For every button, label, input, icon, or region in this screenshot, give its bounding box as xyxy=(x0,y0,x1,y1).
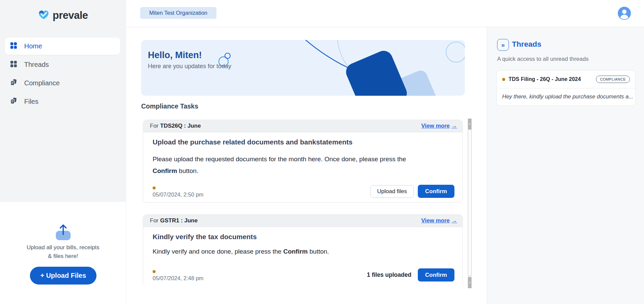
task-title: Kindly verify the tax documents xyxy=(153,233,453,241)
main-scrollbar: ▲ ▼ xyxy=(468,119,472,288)
sidebar-nav: Home Threads xyxy=(0,38,126,112)
top-header: Miten Test Organization xyxy=(126,0,644,27)
compliance-tasks-heading: Compliance Tasks xyxy=(141,102,198,110)
task-footer: 05/07/2024, 2:48 pm 1 files uploaded Con… xyxy=(153,268,454,281)
sidebar: prevale Home Threads xyxy=(0,0,126,304)
banner-greeting: Hello, Miten! xyxy=(148,50,202,60)
thread-message-preview: Hey there, kindly upload the purchase do… xyxy=(497,88,635,105)
task-for-prefix: For xyxy=(150,123,159,129)
task-description: Kindly verify and once done, please pres… xyxy=(153,246,453,257)
user-avatar-icon[interactable] xyxy=(618,7,631,20)
upload-arrow-icon xyxy=(55,224,71,242)
scrollbar-up-button[interactable]: ▲ xyxy=(468,119,472,129)
collapse-panel-icon[interactable]: » xyxy=(497,39,509,51)
sidebar-item-home[interactable]: Home xyxy=(5,38,120,55)
sidebar-item-label: Files xyxy=(24,98,38,105)
thread-title: TDS Filing - 26Q - June 2024 xyxy=(509,76,581,82)
copy-docs-icon xyxy=(10,97,17,106)
sidebar-nav-section: prevale Home Threads xyxy=(0,0,126,202)
thread-header: TDS Filing - 26Q - June 2024 COMPLIANCE xyxy=(497,71,635,88)
threads-panel: » Threads A quick access to all unread t… xyxy=(487,27,644,304)
confirm-button[interactable]: Confirm xyxy=(418,185,454,198)
task-timestamp-block: 05/07/2024, 2:50 pm xyxy=(153,186,203,198)
banner-subtitle: Here are you updates for today xyxy=(148,63,231,70)
scrollbar-thumb[interactable] xyxy=(468,129,472,276)
confirm-button[interactable]: Confirm xyxy=(418,268,454,281)
status-dot xyxy=(153,186,156,189)
arrow-right-icon: → xyxy=(451,123,457,129)
task-for-label: GSTR1 : June xyxy=(160,217,198,224)
thread-category-badge: COMPLIANCE xyxy=(596,76,630,83)
sidebar-item-threads[interactable]: Threads xyxy=(5,56,120,73)
sidebar-item-compliance[interactable]: Compliance xyxy=(5,75,120,92)
brand-name: prevale xyxy=(52,9,88,21)
task-card-gstr1: For GSTR1 : June View more → Kindly veri… xyxy=(143,214,463,285)
task-for-prefix: For xyxy=(150,217,159,224)
task-title: Upload the purchase related documents an… xyxy=(153,138,453,146)
sidebar-item-label: Home xyxy=(24,42,42,50)
threads-panel-subtitle: A quick access to all unread threads xyxy=(497,56,589,62)
task-timestamp-block: 05/07/2024, 2:48 pm xyxy=(153,270,203,281)
status-dot xyxy=(153,270,156,273)
organization-chip[interactable]: Miten Test Organization xyxy=(140,7,216,19)
task-timestamp: 05/07/2024, 2:48 pm xyxy=(153,275,203,281)
sidebar-upload-zone: Upload all your bills, receipts & files … xyxy=(0,202,126,304)
upload-files-task-button[interactable]: Upload files xyxy=(370,185,414,198)
task-footer: 05/07/2024, 2:50 pm Upload files Confirm xyxy=(153,185,454,198)
view-more-link[interactable]: View more → xyxy=(421,217,457,224)
task-card-header: For TDS26Q : June View more → xyxy=(143,120,462,132)
thread-list-item[interactable]: TDS Filing - 26Q - June 2024 COMPLIANCE … xyxy=(496,70,636,106)
task-timestamp: 05/07/2024, 2:50 pm xyxy=(153,191,203,198)
files-uploaded-count: 1 files uploaded xyxy=(367,271,411,278)
greeting-banner: Hello, Miten! Here are you updates for t… xyxy=(141,40,465,96)
prevale-logo-icon xyxy=(38,9,50,21)
brand-logo[interactable]: prevale xyxy=(0,9,126,21)
view-more-link[interactable]: View more → xyxy=(421,123,457,129)
task-card-header: For GSTR1 : June View more → xyxy=(143,215,462,227)
unread-dot xyxy=(502,78,505,81)
grid-icon xyxy=(10,42,17,51)
scrollbar-down-button[interactable]: ▼ xyxy=(468,277,472,288)
upload-prompt: Upload all your bills, receipts & files … xyxy=(0,243,126,261)
task-for-label: TDS26Q : June xyxy=(160,123,201,129)
sidebar-item-label: Threads xyxy=(24,61,49,69)
task-description: Please upload the requested documents fo… xyxy=(153,153,453,177)
sidebar-item-label: Compliance xyxy=(24,79,60,87)
task-card-tds26q: For TDS26Q : June View more → Upload the… xyxy=(143,120,463,203)
main-content: Hello, Miten! Here are you updates for t… xyxy=(126,27,487,285)
grid-icon xyxy=(10,60,17,69)
sidebar-item-files[interactable]: Files xyxy=(5,93,120,110)
copy-docs-icon xyxy=(10,79,17,88)
upload-files-button[interactable]: + Upload Files xyxy=(30,267,96,285)
threads-panel-title: Threads xyxy=(512,40,541,49)
arrow-right-icon: → xyxy=(451,217,457,224)
